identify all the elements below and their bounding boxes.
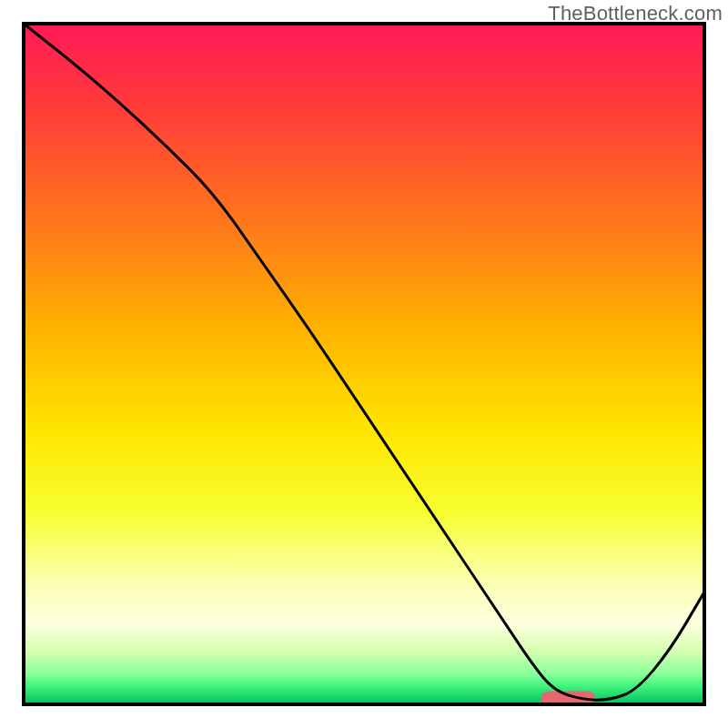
watermark-label: TheBottleneck.com — [548, 2, 723, 25]
chart-container: TheBottleneck.com — [0, 0, 728, 728]
gradient-background — [24, 24, 704, 704]
bottleneck-chart — [0, 0, 728, 728]
